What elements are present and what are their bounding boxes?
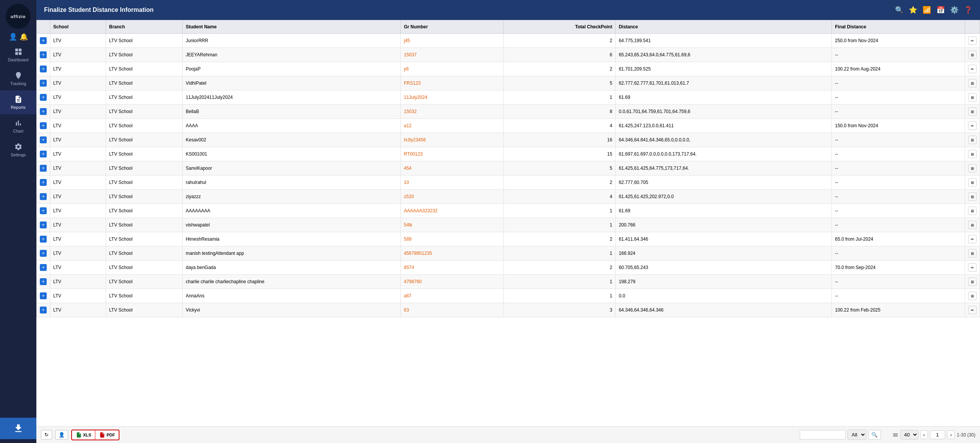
checkpoint-cell: 1 (504, 275, 616, 289)
gear-icon[interactable]: ⚙️ (950, 6, 959, 14)
add-row-button[interactable]: + (40, 207, 47, 214)
edit-button[interactable]: ✏ (968, 65, 977, 73)
add-row-button[interactable]: + (40, 264, 47, 271)
add-row-button[interactable]: + (40, 307, 47, 313)
distance-cell: 198.279 (616, 275, 832, 289)
distance-cell: 61.697,61.697,0.0,0.0,0.0,173,717,64. (616, 147, 832, 161)
table-row: + LTV LTV School Kesav002 HJty23456 16 6… (37, 133, 980, 147)
add-cell: + (37, 48, 50, 62)
add-row-button[interactable]: + (40, 136, 47, 143)
add-final-button[interactable]: ⊞ (968, 51, 977, 59)
gr-number-cell: HJty23456 (400, 133, 503, 147)
add-row-button[interactable]: + (40, 108, 47, 115)
next-page-button[interactable]: › (947, 430, 955, 439)
add-row-button[interactable]: + (40, 193, 47, 200)
add-final-button[interactable]: ⊞ (968, 164, 977, 172)
refresh-button[interactable]: ↻ (41, 430, 52, 440)
bell-icon[interactable]: 🔔 (20, 33, 28, 41)
app-logo: uffizio (6, 4, 31, 29)
add-row-button[interactable]: + (40, 165, 47, 172)
help-icon[interactable]: ❓ (964, 6, 972, 14)
checkpoint-cell: 4 (504, 119, 616, 133)
filter-select[interactable]: All (848, 430, 866, 440)
calendar-icon[interactable]: 📅 (936, 6, 945, 14)
student-name-cell: AnnaAns (183, 289, 401, 303)
add-row-button[interactable]: + (40, 250, 47, 257)
page-number-input[interactable] (930, 430, 945, 439)
add-final-button[interactable]: ⊞ (968, 178, 977, 187)
branch-cell: LTV School (106, 275, 183, 289)
final-distance-cell: -- (832, 76, 965, 90)
signal-icon[interactable]: 📶 (923, 6, 931, 14)
pdf-button[interactable]: PDF (95, 430, 119, 440)
add-final-button[interactable]: ⊞ (968, 192, 977, 201)
add-final-button[interactable]: ⊞ (968, 79, 977, 87)
add-final-button[interactable]: ⊞ (968, 249, 977, 258)
search-button[interactable]: 🔍 (868, 430, 881, 440)
add-final-button[interactable]: ⊞ (968, 150, 977, 158)
student-name-cell: daya benGada (183, 261, 401, 275)
add-final-button[interactable]: ⊞ (968, 292, 977, 300)
add-final-button[interactable]: ⊞ (968, 93, 977, 102)
xls-label: XLS (83, 433, 91, 437)
add-cell: + (37, 218, 50, 232)
prev-page-button[interactable]: ‹ (920, 430, 928, 439)
xls-button[interactable]: XLS (72, 430, 95, 440)
add-row-button[interactable]: + (40, 292, 47, 299)
add-row-button[interactable]: + (40, 66, 47, 72)
add-cell: + (37, 176, 50, 190)
user-icon[interactable]: 👤 (9, 33, 17, 41)
table-row: + LTV LTV School BellaB 15032 8 0.0,61.7… (37, 105, 980, 119)
sidebar-dashboard-label: Dashboard (8, 57, 29, 62)
star-icon[interactable]: ⭐ (909, 6, 917, 14)
sidebar-item-tracking[interactable]: Tracking (0, 67, 36, 90)
distance-cell: 62.777,62.777,61.701,61.013,61.7 (616, 76, 832, 90)
add-final-button[interactable]: ⊞ (968, 136, 977, 144)
add-row-button[interactable]: + (40, 37, 47, 44)
chart-icon (14, 119, 23, 127)
search-icon[interactable]: 🔍 (895, 6, 903, 14)
school-cell: LTV (50, 161, 106, 176)
main-content: Finalize Student Distance Information 🔍 … (36, 0, 980, 443)
add-row-button[interactable]: + (40, 51, 47, 58)
user-button[interactable]: 👤 (55, 430, 68, 440)
sidebar-item-chart[interactable]: Chart (0, 114, 36, 138)
sidebar-item-dashboard[interactable]: Dashboard (0, 43, 36, 67)
add-row-button[interactable]: + (40, 179, 47, 186)
add-row-button[interactable]: + (40, 80, 47, 87)
page-size-select[interactable]: 40 20 10 (900, 430, 918, 440)
checkpoint-cell: 1 (504, 204, 616, 218)
edit-button[interactable]: ✏ (968, 235, 977, 243)
add-final-button[interactable]: ⊞ (968, 207, 977, 215)
add-row-button[interactable]: + (40, 222, 47, 228)
search-input[interactable] (800, 430, 846, 440)
sidebar-item-settings[interactable]: Settings (0, 138, 36, 162)
gr-number-cell: 11July2024 (400, 90, 503, 105)
page-title: Finalize Student Distance Information (44, 7, 154, 13)
school-cell: LTV (50, 105, 106, 119)
edit-button[interactable]: ✏ (968, 121, 977, 130)
add-row-button[interactable]: + (40, 94, 47, 101)
add-row-button[interactable]: + (40, 236, 47, 243)
action-cell: ⊞ (965, 218, 980, 232)
branch-cell: LTV School (106, 90, 183, 105)
add-final-button[interactable]: ⊞ (968, 107, 977, 116)
add-row-button[interactable]: + (40, 278, 47, 285)
col-branch: Branch (106, 20, 183, 34)
distance-cell: 0.0,61.701,64.759,61.701,64.759,6 (616, 105, 832, 119)
final-distance-cell: 100.22 from Feb-2025 (832, 303, 965, 317)
add-row-button[interactable]: + (40, 151, 47, 158)
final-distance-cell: -- (832, 161, 965, 176)
checkpoint-cell: 2 (504, 261, 616, 275)
download-button[interactable] (0, 418, 36, 439)
sidebar-item-reports[interactable]: Reports (0, 90, 36, 114)
add-final-button[interactable]: ⊞ (968, 277, 977, 286)
edit-button[interactable]: ✏ (968, 263, 977, 272)
edit-button[interactable]: ✏ (968, 36, 977, 45)
download-icon (13, 423, 24, 434)
edit-button[interactable]: ✏ (968, 306, 977, 314)
add-row-button[interactable]: + (40, 122, 47, 129)
checkpoint-cell: 4 (504, 190, 616, 204)
add-cell: + (37, 204, 50, 218)
add-final-button[interactable]: ⊞ (968, 221, 977, 229)
